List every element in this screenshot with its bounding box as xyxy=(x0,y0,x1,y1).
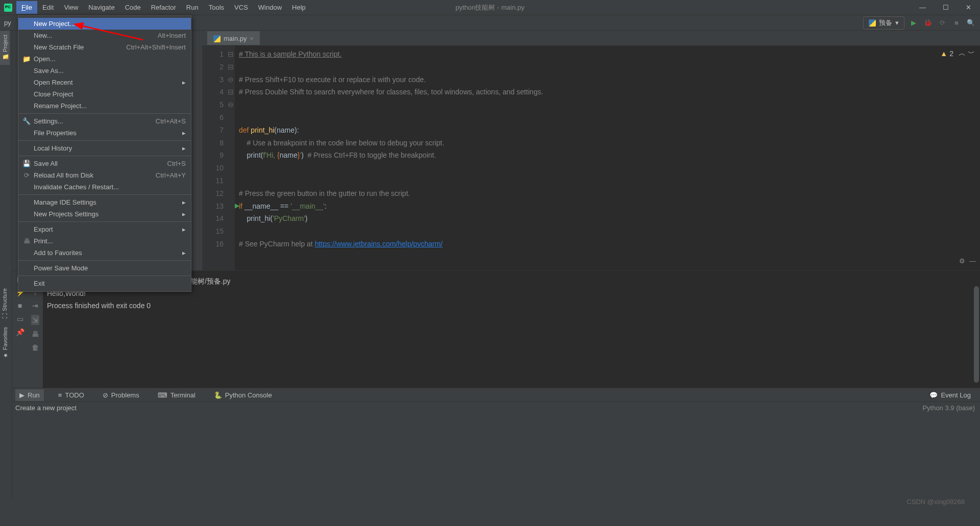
menu-bar: File Edit View Navigate Code Refactor Ru… xyxy=(16,1,311,14)
submenu-arrow-icon: ▸ xyxy=(182,144,186,152)
python-icon xyxy=(869,19,876,27)
run-tab[interactable]: ▶ Run xyxy=(15,389,44,401)
scroll-button[interactable]: ⇲ xyxy=(31,315,39,325)
menu-settings[interactable]: 🔧Settings...Ctrl+Alt+S xyxy=(18,115,191,127)
coverage-button[interactable]: ⟳ xyxy=(937,18,947,28)
gear-icon[interactable]: ⚙ xyxy=(959,257,965,265)
file-menu-dropdown: New Project... New...Alt+Insert New Scra… xyxy=(18,15,191,292)
stop-button[interactable]: ■ xyxy=(951,18,962,28)
submenu-arrow-icon: ▸ xyxy=(182,249,186,257)
exit-line: Process finished with exit code 0 xyxy=(47,299,976,312)
line-number-gutter: 12345678910111213141516 xyxy=(202,46,228,270)
menu-reload-disk[interactable]: ⟳Reload All from DiskCtrl+Alt+Y xyxy=(18,169,191,181)
window-title: python技能树 - main.py xyxy=(455,3,524,12)
dropdown-arrow-icon: ▾ xyxy=(895,19,899,27)
menu-navigate[interactable]: Navigate xyxy=(83,1,119,14)
menu-file-properties[interactable]: File Properties▸ xyxy=(18,127,191,139)
reload-icon: ⟳ xyxy=(22,171,31,179)
tab-label: main.py xyxy=(224,35,247,42)
submenu-arrow-icon: ▸ xyxy=(182,79,186,86)
breadcrumb: py xyxy=(4,19,11,27)
menu-export[interactable]: Export▸ xyxy=(18,223,191,235)
menu-close-project[interactable]: Close Project xyxy=(18,88,191,100)
scrollbar[interactable] xyxy=(974,286,979,383)
minimize-button[interactable]: — xyxy=(911,0,934,15)
menu-tools[interactable]: Tools xyxy=(204,1,229,14)
chevron-down-icon[interactable]: ﹀ xyxy=(968,49,975,58)
folder-icon: 📁 xyxy=(22,55,31,63)
terminal-tab[interactable]: ⌨ Terminal xyxy=(154,389,200,401)
menu-local-history[interactable]: Local History▸ xyxy=(18,142,191,154)
menu-file[interactable]: File xyxy=(16,1,37,14)
watermark: CSDN @xing09268 xyxy=(906,498,965,506)
submenu-arrow-icon: ▸ xyxy=(182,198,186,206)
menu-window[interactable]: Window xyxy=(253,1,287,14)
maximize-button[interactable]: ☐ xyxy=(934,0,957,15)
close-tab-icon[interactable]: × xyxy=(250,35,254,42)
submenu-arrow-icon: ▸ xyxy=(182,129,186,137)
menu-invalidate-caches[interactable]: Invalidate Caches / Restart... xyxy=(18,181,191,193)
menu-exit[interactable]: Exit xyxy=(18,278,191,289)
menu-add-favorites[interactable]: Add to Favorites▸ xyxy=(18,247,191,259)
menu-rename-project[interactable]: Rename Project... xyxy=(18,100,191,112)
python-file-icon xyxy=(213,35,220,42)
search-everywhere-button[interactable]: 🔍 xyxy=(966,18,976,28)
inspection-widget[interactable]: ▲ 2 ︿ ﹀ xyxy=(940,49,975,58)
interpreter-label[interactable]: Python 3.9 (base) xyxy=(922,404,975,412)
menu-refactor[interactable]: Refactor xyxy=(146,1,181,14)
submenu-arrow-icon: ▸ xyxy=(182,210,186,218)
print-button[interactable]: 🖶 xyxy=(32,330,39,338)
favorites-tool-tab[interactable]: ★ Favorites xyxy=(0,323,10,363)
python-console-tab[interactable]: 🐍 Python Console xyxy=(210,389,276,401)
menu-new-project[interactable]: New Project... xyxy=(18,18,191,30)
menu-open[interactable]: 📁Open... xyxy=(18,53,191,65)
menu-power-save[interactable]: Power Save Mode xyxy=(18,262,191,274)
pin-button[interactable]: 📌 xyxy=(16,328,24,336)
submenu-arrow-icon: ▸ xyxy=(182,226,186,233)
warning-count: 2 xyxy=(949,49,953,58)
bottom-tool-tabs: ▶ Run ≡ TODO ⊘ Problems ⌨ Terminal 🐍 Pyt… xyxy=(0,388,980,402)
project-tool-tab[interactable]: 📁 Project xyxy=(0,31,10,65)
menu-manage-ide[interactable]: Manage IDE Settings▸ xyxy=(18,196,191,208)
print-icon: 🖶 xyxy=(22,237,31,245)
trash-button[interactable]: 🗑 xyxy=(32,343,39,352)
todo-tab[interactable]: ≡ TODO xyxy=(54,389,88,401)
problems-tab[interactable]: ⊘ Problems xyxy=(99,389,143,401)
fold-gutter: ⊟⊟⊖⊟⊖ xyxy=(228,46,235,270)
event-log-tab[interactable]: 💬 Event Log xyxy=(925,389,975,401)
menu-print[interactable]: 🖶Print... xyxy=(18,235,191,247)
menu-vcs[interactable]: VCS xyxy=(229,1,253,14)
pycharm-icon xyxy=(4,4,12,12)
code-editor[interactable]: 12345678910111213141516 ⊟⊟⊖⊟⊖ ▶ # This i… xyxy=(202,46,980,270)
status-bar: ☐ Create a new project Python 3.9 (base) xyxy=(0,402,980,414)
menu-help[interactable]: Help xyxy=(287,1,311,14)
menu-code[interactable]: Code xyxy=(120,1,146,14)
status-hint: Create a new project xyxy=(15,404,77,412)
menu-save-all[interactable]: 💾Save AllCtrl+S xyxy=(18,158,191,169)
menu-open-recent[interactable]: Open Recent▸ xyxy=(18,77,191,88)
code-content[interactable]: # This is a sample Python script. # Pres… xyxy=(235,46,980,270)
structure-tool-tab[interactable]: ⛶ Structure xyxy=(0,284,9,323)
menu-save-as[interactable]: Save As... xyxy=(18,65,191,77)
soft-wrap-button[interactable]: ⇥ xyxy=(32,302,38,310)
menu-new-scratch[interactable]: New Scratch FileCtrl+Alt+Shift+Insert xyxy=(18,41,191,53)
menu-edit[interactable]: Edit xyxy=(37,1,59,14)
minimize-panel-icon[interactable]: — xyxy=(969,257,976,265)
stop-square-button[interactable]: ■ xyxy=(18,302,22,310)
menu-new[interactable]: New...Alt+Insert xyxy=(18,30,191,41)
close-button[interactable]: ✕ xyxy=(957,0,980,15)
run-button[interactable]: ▶ xyxy=(909,18,919,28)
run-config-label: 预备 xyxy=(879,18,892,28)
debug-button[interactable]: 🐞 xyxy=(923,18,933,28)
left-tool-window-bar: 📁 Project ⛶ Structure ★ Favorites xyxy=(0,31,12,500)
run-gutter-icon[interactable]: ▶ xyxy=(235,202,239,209)
menu-run[interactable]: Run xyxy=(181,1,204,14)
run-config-selector[interactable]: 预备 ▾ xyxy=(863,16,904,30)
chevron-up-icon[interactable]: ︿ xyxy=(959,49,966,58)
layout-button[interactable]: ▭ xyxy=(17,315,23,323)
wrench-icon: 🔧 xyxy=(22,117,31,125)
menu-view[interactable]: View xyxy=(59,1,83,14)
menu-new-projects-settings[interactable]: New Projects Settings▸ xyxy=(18,208,191,220)
editor-tab-main-py[interactable]: main.py × xyxy=(207,31,260,45)
window-controls: — ☐ ✕ xyxy=(911,0,980,15)
